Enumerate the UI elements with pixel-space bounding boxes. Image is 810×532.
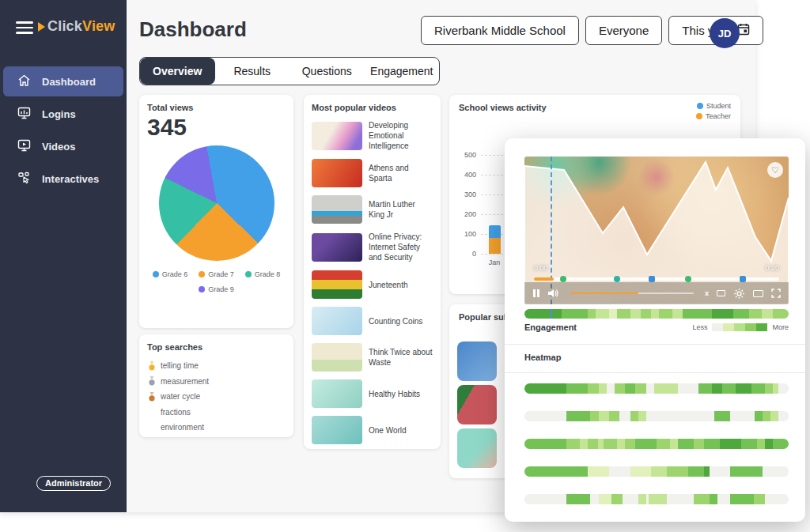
heat-segment: [720, 439, 741, 449]
video-list-item[interactable]: Athens and Sparta: [312, 159, 433, 187]
heat-segment: [698, 309, 712, 319]
seek-played: [534, 277, 554, 281]
search-item[interactable]: measurement: [147, 374, 286, 390]
question-marker[interactable]: [740, 276, 746, 282]
search-term: fractions: [161, 408, 191, 417]
legend-item-grade-7: Grade 7: [199, 270, 234, 278]
heat-segment: [551, 439, 566, 449]
sidebar-item-interactives[interactable]: Interactives: [3, 164, 123, 194]
sidebar-item-logins[interactable]: Logins: [3, 99, 123, 129]
scale-swatch: [723, 323, 734, 331]
heatmap-row: [524, 466, 789, 477]
heat-segment: [572, 309, 588, 319]
heat-segment: [757, 439, 765, 449]
heatmap-title: Heatmap: [524, 353, 561, 362]
video-title: Healthy Habits: [369, 389, 420, 399]
cast-icon[interactable]: [753, 290, 763, 297]
heat-segment: [596, 309, 609, 319]
y-axis-tick: 500: [449, 151, 476, 159]
heat-segment: [659, 309, 672, 319]
sidebar-item-dashboard[interactable]: Dashboard: [3, 66, 123, 96]
volume-icon[interactable]: [548, 289, 559, 298]
tab-overview[interactable]: Overview: [140, 58, 215, 85]
avatar[interactable]: JD: [710, 18, 740, 48]
heat-segment: [667, 466, 688, 477]
teacher-bar-segment: [489, 238, 501, 254]
filter-button-everyone[interactable]: Everyone: [585, 16, 662, 45]
sidebar-item-videos[interactable]: Videos: [3, 131, 123, 161]
video-list-item[interactable]: Martin Luther King Jr: [312, 195, 433, 224]
heat-segment: [590, 494, 598, 504]
time-current: 0:00: [534, 264, 548, 272]
tab-questions[interactable]: Questions: [290, 58, 365, 85]
card-total-views: Total views 345 Grade 6Grade 7Grade 8Gra…: [139, 95, 293, 328]
video-list-item[interactable]: Developing Emotional Intelligence: [312, 120, 433, 151]
clickview-logo[interactable]: Click View: [38, 18, 115, 35]
total-views-title: Total views: [147, 103, 286, 112]
search-item[interactable]: environment: [147, 420, 286, 436]
filter-button-riverbank-middle-school[interactable]: Riverbank Middle School: [421, 16, 579, 45]
search-item[interactable]: fractions: [147, 405, 286, 421]
video-title: Think Twice about Waste: [369, 347, 433, 368]
scale-swatch: [712, 323, 723, 331]
video-list-item[interactable]: Think Twice about Waste: [312, 343, 433, 372]
video-player[interactable]: ♡ 0:00 0:20 x: [524, 157, 789, 304]
player-control-bar: x: [524, 282, 789, 304]
heat-segment: [580, 439, 588, 449]
pip-icon[interactable]: [717, 290, 725, 296]
grade-views-pie-chart: [159, 145, 274, 261]
heatmap-row: [524, 383, 789, 394]
legend-label: Grade 9: [208, 285, 234, 293]
captions-off-icon[interactable]: x: [705, 289, 709, 297]
activity-legend-student: Student: [696, 102, 731, 110]
heat-segment: [623, 494, 638, 504]
video-thumbnail: [312, 159, 362, 187]
hamburger-menu-icon[interactable]: [16, 21, 33, 37]
video-thumbnail: [312, 233, 362, 262]
mini-progress-bar[interactable]: [570, 292, 694, 294]
heat-segment: [562, 309, 572, 319]
video-list-item[interactable]: Juneteenth: [312, 270, 433, 299]
search-item[interactable]: water cycle: [147, 389, 286, 405]
tab-engagement[interactable]: Engagement: [365, 58, 440, 85]
settings-gear-icon[interactable]: [733, 288, 745, 300]
tab-results[interactable]: Results: [215, 58, 290, 85]
scale-less-label: Less: [692, 323, 707, 331]
y-axis-tick: 200: [449, 210, 476, 218]
page: Click View DashboardLoginsVideosInteract…: [0, 0, 810, 532]
logins-icon: [17, 107, 42, 122]
search-item[interactable]: telling time: [147, 358, 286, 374]
video-thumbnail: [312, 343, 362, 372]
seek-bar[interactable]: [534, 277, 779, 281]
subject-thumbnail-2[interactable]: [457, 385, 497, 424]
student-bar-segment: [489, 225, 501, 238]
popular-videos-title: Most popular videos: [312, 103, 433, 112]
video-list-item[interactable]: One World: [312, 416, 433, 444]
heat-segment: [598, 439, 604, 449]
video-list-item[interactable]: Counting Coins: [312, 307, 433, 335]
tab-bar: OverviewResultsQuestionsEngagement: [139, 57, 440, 85]
question-marker[interactable]: [649, 276, 655, 282]
heat-segment: [678, 439, 694, 449]
scale-swatch: [756, 323, 767, 331]
video-list-item[interactable]: Online Privacy: Internet Safety and Secu…: [312, 232, 433, 262]
heat-segment: [599, 494, 612, 504]
heat-segment: [588, 466, 609, 477]
fullscreen-icon[interactable]: [771, 289, 781, 298]
subject-thumbnail-1[interactable]: [457, 341, 497, 381]
heat-segment: [588, 383, 598, 394]
engagement-strip: [524, 309, 789, 319]
heat-segment: [688, 466, 704, 477]
heat-segment: [773, 383, 778, 394]
video-list-item[interactable]: Healthy Habits: [312, 379, 433, 408]
heat-segment: [749, 309, 763, 319]
heat-segment: [730, 411, 754, 421]
heat-segment: [733, 309, 749, 319]
videos-icon: [17, 139, 42, 154]
pause-button[interactable]: [532, 289, 540, 297]
legend-dot: [697, 103, 703, 109]
heat-segment: [667, 494, 693, 504]
heat-segment: [599, 383, 607, 394]
subject-thumbnail-3[interactable]: [457, 428, 497, 468]
heart-icon[interactable]: ♡: [767, 162, 783, 178]
